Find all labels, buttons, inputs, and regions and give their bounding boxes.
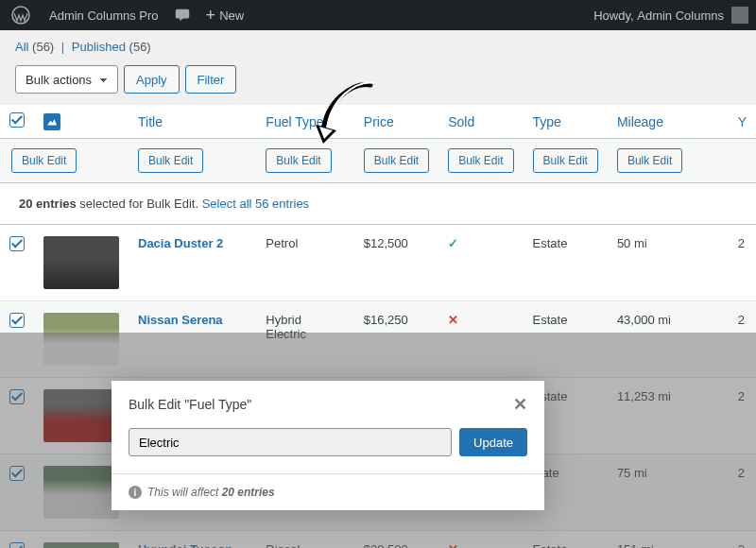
col-header-type[interactable]: Type <box>524 105 608 139</box>
selected-count: 20 entries <box>19 197 77 211</box>
selection-info-row: 20 entries selected for Bulk Edit. Selec… <box>0 183 756 225</box>
col-header-title[interactable]: Title <box>129 105 256 139</box>
filter-all[interactable]: All (56) <box>15 40 54 54</box>
modal-notice: i This will affect 20 entries <box>112 473 544 510</box>
new-content-button[interactable]: +New <box>198 0 252 30</box>
fuel-type-select[interactable]: Electric <box>129 428 452 456</box>
bulk-edit-title[interactable]: Bulk Edit <box>138 148 203 173</box>
row-title-link[interactable]: Dacia Duster 2 <box>138 236 223 250</box>
bulk-edit-modal: Bulk Edit "Fuel Type" ✕ Electric Update … <box>112 381 544 510</box>
row-thumbnail[interactable] <box>43 236 119 289</box>
comments-icon[interactable] <box>166 0 198 30</box>
select-all-link[interactable]: Select all 56 entries <box>202 197 309 211</box>
filter-button[interactable]: Filter <box>185 65 237 94</box>
sold-yes-icon: ✓ <box>448 236 458 250</box>
admin-bar: Admin Columns Pro +New Howdy, Admin Colu… <box>0 0 756 30</box>
col-header-mileage[interactable]: Mileage <box>608 105 729 139</box>
modal-title: Bulk Edit "Fuel Type" <box>129 397 513 412</box>
apply-button[interactable]: Apply <box>124 65 180 94</box>
bulk-actions-select[interactable]: Bulk actions <box>15 65 118 94</box>
bulk-edit-mileage[interactable]: Bulk Edit <box>617 148 682 173</box>
bulk-edit-type[interactable]: Bulk Edit <box>533 148 598 173</box>
bulk-edit-fuel[interactable]: Bulk Edit <box>266 148 331 173</box>
table-row: Dacia Duster 2Petrol$12,500✓Estate50 mi2 <box>0 225 756 301</box>
cell-fuel: Petrol <box>256 225 353 301</box>
post-status-filter: All (56) | Published (56) <box>0 30 756 61</box>
cell-sold: ✓ <box>438 225 523 301</box>
row-title-link[interactable]: Nissan Serena <box>138 313 223 327</box>
avatar-icon <box>731 7 748 24</box>
cell-type: Estate <box>524 225 608 301</box>
image-column-icon[interactable] <box>43 113 60 130</box>
tablenav-top: Bulk actions Apply Filter <box>0 61 756 105</box>
sold-no-icon: ✕ <box>448 313 458 327</box>
cell-year: 2 <box>729 225 756 301</box>
bulk-edit-price[interactable]: Bulk Edit <box>364 148 429 173</box>
col-header-year[interactable]: Y <box>729 105 756 139</box>
row-checkbox[interactable] <box>9 313 25 328</box>
col-header-fuel[interactable]: Fuel Type <box>256 105 353 139</box>
bulk-edit-thumb[interactable]: Bulk Edit <box>11 148 77 173</box>
col-header-sold[interactable]: Sold <box>438 105 523 139</box>
my-account[interactable]: Howdy, Admin Columns <box>586 0 756 30</box>
close-icon[interactable]: ✕ <box>513 394 527 415</box>
update-button[interactable]: Update <box>459 428 527 456</box>
wp-logo-icon[interactable] <box>0 0 42 30</box>
info-icon: i <box>129 486 142 499</box>
cell-mileage: 50 mi <box>608 225 729 301</box>
col-header-price[interactable]: Price <box>354 105 438 139</box>
row-checkbox[interactable] <box>9 236 25 251</box>
select-all-checkbox[interactable] <box>9 112 25 128</box>
site-name[interactable]: Admin Columns Pro <box>42 0 166 30</box>
cell-price: $12,500 <box>354 225 438 301</box>
filter-published[interactable]: Published (56) <box>72 40 151 54</box>
bulk-edit-sold[interactable]: Bulk Edit <box>448 148 513 173</box>
